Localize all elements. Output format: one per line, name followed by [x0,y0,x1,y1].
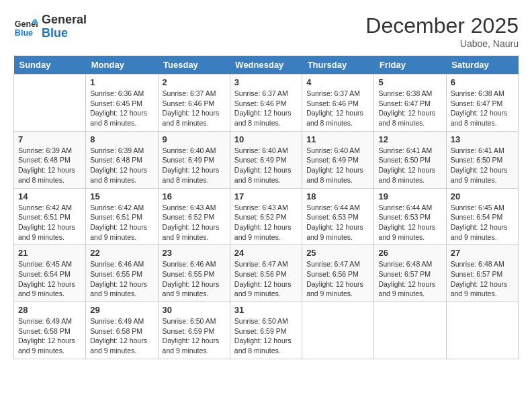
calendar-cell: 20 Sunrise: 6:45 AM Sunset: 6:54 PM Dayl… [446,188,518,245]
date-number: 20 [451,191,514,201]
calendar-cell: 22 Sunrise: 6:46 AM Sunset: 6:55 PM Dayl… [86,245,158,302]
date-number: 7 [18,134,81,144]
sunset-label: Sunset: 6:50 PM [378,156,431,164]
daylight-label: Daylight: 12 hours and 9 minutes. [90,280,147,298]
sunset-label: Sunset: 6:49 PM [163,156,215,164]
date-number: 16 [163,191,226,201]
daylight-label: Daylight: 12 hours and 8 minutes. [306,166,363,184]
date-number: 19 [378,191,441,201]
sunset-label: Sunset: 6:58 PM [18,327,71,335]
cell-info: Sunrise: 6:50 AM Sunset: 6:59 PM Dayligh… [163,316,226,356]
daylight-label: Daylight: 12 hours and 9 minutes. [90,336,147,355]
week-row-5: 28 Sunrise: 6:49 AM Sunset: 6:58 PM Dayl… [14,302,519,359]
sunset-label: Sunset: 6:59 PM [234,327,287,335]
month-title: December 2025 [365,13,519,38]
daylight-label: Daylight: 12 hours and 8 minutes. [234,166,292,184]
day-header-sunday: Sunday [14,56,86,75]
calendar-cell: 21 Sunrise: 6:45 AM Sunset: 6:54 PM Dayl… [14,245,86,302]
daylight-label: Daylight: 12 hours and 9 minutes. [306,223,363,241]
cell-info: Sunrise: 6:42 AM Sunset: 6:51 PM Dayligh… [18,203,81,242]
page-header: General Blue General Blue December 2025 … [13,13,519,49]
calendar-cell: 18 Sunrise: 6:44 AM Sunset: 6:53 PM Dayl… [302,188,374,245]
week-row-3: 14 Sunrise: 6:42 AM Sunset: 6:51 PM Dayl… [14,188,519,245]
sunset-label: Sunset: 6:52 PM [234,213,287,221]
sunrise-label: Sunrise: 6:42 AM [90,203,144,212]
calendar-cell [14,75,86,132]
sunrise-label: Sunrise: 6:49 AM [90,317,144,325]
date-number: 11 [306,134,369,144]
date-number: 27 [451,248,514,258]
calendar-cell: 8 Sunrise: 6:39 AM Sunset: 6:48 PM Dayli… [86,131,158,188]
calendar-cell: 14 Sunrise: 6:42 AM Sunset: 6:51 PM Dayl… [14,188,86,245]
calendar-cell: 31 Sunrise: 6:50 AM Sunset: 6:59 PM Dayl… [230,302,302,359]
sunset-label: Sunset: 6:54 PM [451,213,503,221]
sunrise-label: Sunrise: 6:36 AM [90,89,144,97]
calendar-cell: 2 Sunrise: 6:37 AM Sunset: 6:46 PM Dayli… [158,75,230,132]
cell-info: Sunrise: 6:37 AM Sunset: 6:46 PM Dayligh… [234,89,298,128]
day-header-saturday: Saturday [446,56,518,75]
calendar-cell: 26 Sunrise: 6:48 AM Sunset: 6:57 PM Dayl… [374,245,446,302]
daylight-label: Daylight: 12 hours and 9 minutes. [451,223,508,241]
calendar-cell: 12 Sunrise: 6:41 AM Sunset: 6:50 PM Dayl… [374,131,446,188]
daylight-label: Daylight: 12 hours and 9 minutes. [18,336,75,355]
date-number: 8 [90,134,153,144]
day-header-wednesday: Wednesday [230,56,302,75]
daylight-label: Daylight: 12 hours and 9 minutes. [18,280,75,298]
date-number: 13 [451,134,514,144]
sunrise-label: Sunrise: 6:39 AM [18,146,72,154]
calendar-cell: 15 Sunrise: 6:42 AM Sunset: 6:51 PM Dayl… [86,188,158,245]
sunset-label: Sunset: 6:54 PM [18,270,71,278]
cell-info: Sunrise: 6:50 AM Sunset: 6:59 PM Dayligh… [234,316,298,356]
logo: General Blue General Blue [13,13,87,40]
day-header-tuesday: Tuesday [158,56,230,75]
daylight-label: Daylight: 12 hours and 8 minutes. [306,109,363,127]
calendar-cell: 29 Sunrise: 6:49 AM Sunset: 6:58 PM Dayl… [86,302,158,359]
calendar-cell: 6 Sunrise: 6:38 AM Sunset: 6:47 PM Dayli… [446,75,518,132]
sunrise-label: Sunrise: 6:41 AM [378,146,432,154]
sunset-label: Sunset: 6:46 PM [234,99,287,107]
sunset-label: Sunset: 6:49 PM [234,156,287,164]
cell-info: Sunrise: 6:37 AM Sunset: 6:46 PM Dayligh… [163,89,226,128]
daylight-label: Daylight: 12 hours and 8 minutes. [163,166,220,184]
sunrise-label: Sunrise: 6:47 AM [234,260,288,268]
sunset-label: Sunset: 6:56 PM [234,270,287,278]
date-number: 17 [234,191,298,201]
calendar-cell: 24 Sunrise: 6:47 AM Sunset: 6:56 PM Dayl… [230,245,302,302]
calendar-table: SundayMondayTuesdayWednesdayThursdayFrid… [13,56,519,359]
date-number: 30 [163,305,226,315]
daylight-label: Daylight: 12 hours and 9 minutes. [378,223,435,241]
sunset-label: Sunset: 6:59 PM [163,327,215,335]
date-number: 23 [163,248,226,258]
cell-info: Sunrise: 6:36 AM Sunset: 6:45 PM Dayligh… [90,89,153,128]
calendar-cell: 3 Sunrise: 6:37 AM Sunset: 6:46 PM Dayli… [230,75,302,132]
date-number: 4 [306,77,369,87]
sunset-label: Sunset: 6:52 PM [163,213,215,221]
date-number: 5 [378,77,441,87]
cell-info: Sunrise: 6:49 AM Sunset: 6:58 PM Dayligh… [18,316,81,356]
date-number: 9 [163,134,226,144]
cell-info: Sunrise: 6:46 AM Sunset: 6:55 PM Dayligh… [163,259,226,299]
daylight-label: Daylight: 12 hours and 9 minutes. [451,166,508,184]
sunset-label: Sunset: 6:47 PM [451,99,503,107]
daylight-label: Daylight: 12 hours and 8 minutes. [18,166,75,184]
calendar-cell [446,302,518,359]
cell-info: Sunrise: 6:41 AM Sunset: 6:50 PM Dayligh… [378,146,441,185]
calendar-cell: 5 Sunrise: 6:38 AM Sunset: 6:47 PM Dayli… [374,75,446,132]
date-number: 25 [306,248,369,258]
cell-info: Sunrise: 6:47 AM Sunset: 6:56 PM Dayligh… [306,259,369,299]
logo-general: General [42,13,87,27]
week-row-2: 7 Sunrise: 6:39 AM Sunset: 6:48 PM Dayli… [14,131,519,188]
sunrise-label: Sunrise: 6:37 AM [234,89,288,97]
sunset-label: Sunset: 6:53 PM [378,213,431,221]
location: Uaboe, Nauru [365,38,519,49]
sunset-label: Sunset: 6:58 PM [90,327,142,335]
date-number: 1 [90,77,153,87]
calendar-cell: 11 Sunrise: 6:40 AM Sunset: 6:49 PM Dayl… [302,131,374,188]
daylight-label: Daylight: 12 hours and 9 minutes. [234,223,292,241]
sunset-label: Sunset: 6:53 PM [306,213,359,221]
sunrise-label: Sunrise: 6:40 AM [234,146,288,154]
date-number: 31 [234,305,298,315]
logo-icon: General Blue [13,15,38,39]
day-header-row: SundayMondayTuesdayWednesdayThursdayFrid… [14,56,519,75]
sunset-label: Sunset: 6:46 PM [163,99,215,107]
